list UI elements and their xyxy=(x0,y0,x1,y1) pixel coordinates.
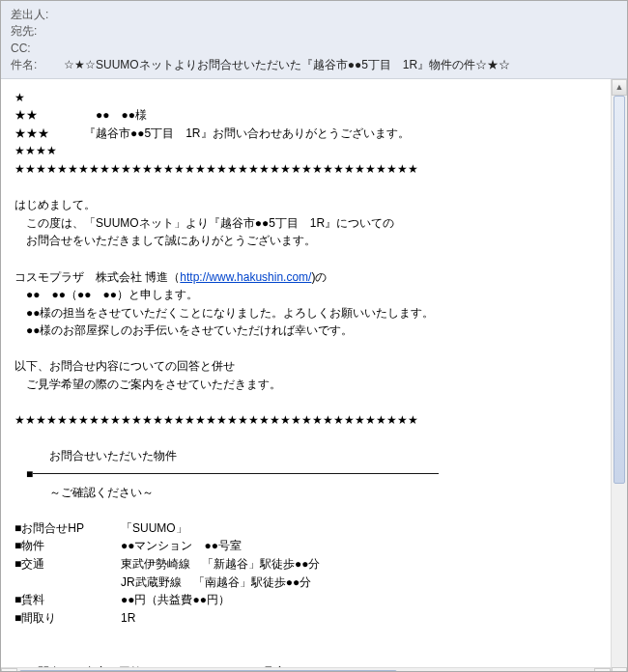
company-link[interactable]: http://www.hakushin.com/ xyxy=(180,270,311,284)
intro1: はじめまして。 xyxy=(14,196,602,214)
hp-value: 「SUUMO」 xyxy=(121,521,187,535)
trans-value2: JR武蔵野線 「南越谷」駅徒歩●●分 xyxy=(121,575,311,589)
subject-label: 件名: xyxy=(11,57,64,73)
trans-value1: 東武伊勢崎線 「新越谷」駅徒歩●●分 xyxy=(121,557,321,571)
body-line-thanks: ★★★ 『越谷市●●5丁目 1R』お問い合わせありがとうございます。 xyxy=(14,125,602,143)
stars3-prefix: ★★★ xyxy=(14,126,49,140)
email-header: 差出人: 宛先: CC: 件名: ☆★☆SUUMOネットよりお問合せいただいた『… xyxy=(1,1,627,79)
prop-value: ●●マンション ●●号室 xyxy=(121,539,242,552)
company-line: コスモプラザ 株式会社 博進（http://www.hakushin.com/)… xyxy=(14,268,602,287)
inq-bar: ■━━━━━━━━━━━━━━━━━━━━━━━━━━━━━━━━━━━ xyxy=(14,465,602,484)
company-prefix: コスモプラザ 株式会社 博進（ xyxy=(14,270,180,284)
inq-title: お問合せいただいた物件 xyxy=(14,447,602,465)
rent-value: ●●円（共益費●●円） xyxy=(121,593,230,606)
horizontal-scrollbar[interactable]: ◀ ▶ xyxy=(1,667,611,672)
row-trans2: JR武蔵野線 「南越谷」駅徒歩●●分 xyxy=(14,574,602,592)
stars-bar: ★★★★★★★★★★★★★★★★★★★★★★★★★★★★★★★★★★★★★★ xyxy=(14,160,602,179)
body-stars4: ★★★★ xyxy=(14,142,602,160)
email-body: ★ ★★ ●● ●●様 ★★★ 『越谷市●●5丁目 1R』お問い合わせありがとう… xyxy=(1,79,627,672)
to-value xyxy=(64,23,617,40)
from-label: 差出人: xyxy=(11,7,64,23)
layout-value: 1R xyxy=(121,611,135,625)
vertical-scrollbar[interactable]: ▲ ▼ xyxy=(611,79,627,672)
row-hp: ■お問合せHP「SUUMO」 xyxy=(14,519,602,538)
row-rent: ■賃料●●円（共益費●●円） xyxy=(14,591,602,609)
body-stars1: ★ xyxy=(14,89,602,107)
scroll-right-icon[interactable]: ▶ xyxy=(594,668,611,672)
scroll-down-icon[interactable]: ▼ xyxy=(612,667,627,672)
row-trans: ■交通東武伊勢崎線 「新越谷」駅徒歩●●分 xyxy=(14,555,602,574)
company-suffix: )の xyxy=(311,270,327,284)
prop-label: ■物件 xyxy=(14,537,121,555)
below2: ご見学希望の際のご案内をさせていただきます。 xyxy=(14,376,602,394)
cc-label: CC: xyxy=(11,41,64,57)
from-value xyxy=(64,7,617,23)
hp-label: ■お問合せHP xyxy=(14,519,121,538)
row-prop: ■物件●●マンション ●●号室 xyxy=(14,537,602,555)
stars2-prefix: ★★ xyxy=(14,108,38,122)
thanks-msg: 『越谷市●●5丁目 1R』お問い合わせありがとうございます。 xyxy=(84,126,410,140)
cc-value xyxy=(64,41,617,57)
layout-label: ■間取り xyxy=(14,609,121,628)
v-thumb[interactable] xyxy=(614,96,625,485)
subject-value: ☆★☆SUUMOネットよりお問合せいただいた『越谷市●●5丁目 1R』物件の件☆… xyxy=(64,57,617,73)
rep1: ●● ●●（●● ●●）と申します。 xyxy=(14,286,602,304)
rep2: ●●様の担当をさせていただくことになりました。よろしくお願いいたします。 xyxy=(14,304,602,322)
scroll-up-icon[interactable]: ▲ xyxy=(612,79,627,96)
rent-label: ■賃料 xyxy=(14,591,121,609)
stars-bar-2: ★★★★★★★★★★★★★★★★★★★★★★★★★★★★★★★★★★★★★★ xyxy=(14,411,602,430)
inq-sub: ～ご確認ください～ xyxy=(14,484,602,502)
v-track[interactable] xyxy=(612,96,627,667)
intro3: お問合せをいただきまして誠にありがとうございます。 xyxy=(14,232,602,250)
body-wrap: ★ ★★ ●● ●●様 ★★★ 『越谷市●●5丁目 1R』お問い合わせありがとう… xyxy=(1,79,627,672)
row-layout: ■間取り1R xyxy=(14,609,602,628)
rep3: ●●様のお部屋探しのお手伝いをさせていただければ幸いです。 xyxy=(14,322,602,340)
intro2: この度は、「SUUMOネット」より『越谷市●●5丁目 1R』についての xyxy=(14,214,602,233)
to-label: 宛先: xyxy=(11,23,64,40)
body-line-name: ★★ ●● ●●様 xyxy=(14,106,602,125)
customer-name: ●● ●●様 xyxy=(96,108,147,122)
scroll-left-icon[interactable]: ◀ xyxy=(1,668,17,672)
below1: 以下、お問合せ内容についての回答と併せ xyxy=(14,357,602,376)
trans-label: ■交通 xyxy=(14,555,121,574)
